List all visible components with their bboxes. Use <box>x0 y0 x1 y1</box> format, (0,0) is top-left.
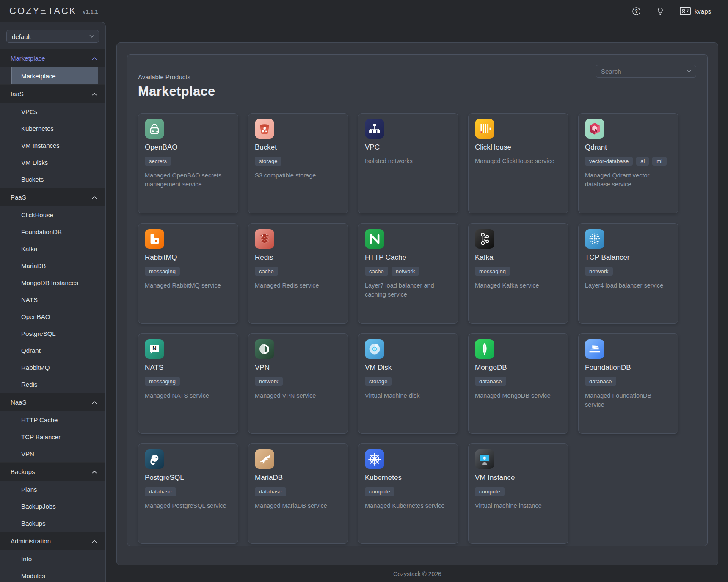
product-card-mongodb[interactable]: MongoDB database Managed MongoDB service <box>468 333 568 434</box>
sidebar-item-nats[interactable]: NATS <box>0 291 105 308</box>
product-name: MariaDB <box>255 474 342 482</box>
product-card-vm-disk[interactable]: VM Disk storage Virtual Machine disk <box>358 333 458 434</box>
sidebar-item-marketplace[interactable]: Marketplace <box>11 67 98 84</box>
product-description: Managed Kafka service <box>475 281 562 290</box>
product-tag-database: database <box>255 487 286 496</box>
product-card-redis[interactable]: Redis cache Managed Redis service <box>248 223 348 324</box>
help-icon[interactable]: ? <box>632 7 641 16</box>
product-card-tcp-balancer[interactable]: TCP Balancer network Layer4 load balance… <box>578 223 678 324</box>
product-tag-messaging: messaging <box>475 267 510 276</box>
product-card-foundationdb[interactable]: FoundationDB database Managed Foundation… <box>578 333 678 434</box>
sidebar-section-items: Marketplace <box>0 67 105 84</box>
sidebar-item-label: VPN <box>21 450 34 457</box>
chevron-down-icon <box>89 35 94 38</box>
sidebar-section-header[interactable]: Marketplace <box>0 49 105 67</box>
search-input[interactable] <box>597 68 687 75</box>
svg-text:?: ? <box>635 8 637 14</box>
product-card-postgresql[interactable]: PostgreSQL database Managed PostgreSQL s… <box>138 443 238 544</box>
sidebar-section-header[interactable]: NaaS <box>0 393 105 411</box>
product-card-openbao[interactable]: OpenBAO secrets Managed OpenBAO secrets … <box>138 113 238 213</box>
product-card-http-cache[interactable]: HTTP Cache cachenetwork Layer7 load bala… <box>358 223 458 324</box>
chevron-up-icon <box>92 401 97 404</box>
product-card-qdrant[interactable]: Qdrant vector-databaseaiml Managed Qdran… <box>578 113 678 213</box>
sidebar-item-mariadb[interactable]: MariaDB <box>0 257 105 274</box>
kubernetes-icon <box>365 449 384 469</box>
sidebar-item-plans[interactable]: Plans <box>0 481 105 498</box>
sidebar-section-header[interactable]: IaaS <box>0 84 105 103</box>
sidebar-item-kubernetes[interactable]: Kubernetes <box>0 120 105 137</box>
product-description: Virtual Machine disk <box>365 391 452 400</box>
product-name: PostgreSQL <box>145 474 232 482</box>
product-name: Kafka <box>475 253 562 262</box>
sidebar-item-label: VM Disks <box>21 159 48 166</box>
rabbitmq-icon <box>145 229 164 249</box>
sidebar-item-vpn[interactable]: VPN <box>0 445 105 462</box>
tcp-balancer-icon <box>585 229 604 249</box>
sidebar-item-label: Redis <box>21 381 37 388</box>
product-name: HTTP Cache <box>365 253 452 262</box>
sidebar-section-label: PaaS <box>11 194 92 201</box>
sidebar-section-header[interactable]: Administration <box>0 532 105 550</box>
nats-icon: N <box>145 339 164 359</box>
product-name: RabbitMQ <box>145 253 232 262</box>
sidebar-section-header[interactable]: PaaS <box>0 188 105 206</box>
sidebar-item-backupjobs[interactable]: BackupJobs <box>0 498 105 515</box>
product-tag-secrets: secrets <box>145 157 171 166</box>
sidebar-item-mongodb-instances[interactable]: MongoDB Instances <box>0 274 105 291</box>
product-tags: compute <box>365 487 452 496</box>
sidebar-item-rabbitmq[interactable]: RabbitMQ <box>0 359 105 376</box>
sidebar-item-tcp-balancer[interactable]: TCP Balancer <box>0 428 105 445</box>
mariadb-icon <box>255 449 274 469</box>
sidebar-item-openbao[interactable]: OpenBAO <box>0 308 105 325</box>
product-card-mariadb[interactable]: MariaDB database Managed MariaDB service <box>248 443 348 544</box>
product-tags: storage <box>365 377 452 386</box>
product-card-clickhouse[interactable]: ClickHouse Managed ClickHouse service <box>468 113 568 213</box>
namespace-select[interactable]: default <box>6 30 99 43</box>
sidebar-item-vm-disks[interactable]: VM Disks <box>0 154 105 171</box>
sidebar-item-vm-instances[interactable]: VM Instances <box>0 137 105 154</box>
mongodb-icon <box>475 339 494 359</box>
sidebar-item-redis[interactable]: Redis <box>0 376 105 393</box>
product-tag-storage: storage <box>255 157 281 166</box>
page-title: Marketplace <box>138 84 697 99</box>
product-tags: storage <box>255 157 342 166</box>
sidebar-item-info[interactable]: Info <box>0 550 105 567</box>
chevron-up-icon <box>92 540 97 543</box>
product-card-kafka[interactable]: Kafka messaging Managed Kafka service <box>468 223 568 324</box>
sidebar-section-marketplace: Marketplace Marketplace <box>0 49 105 84</box>
sidebar-item-buckets[interactable]: Buckets <box>0 171 105 188</box>
sidebar-item-postgresql[interactable]: PostgreSQL <box>0 325 105 342</box>
sidebar-item-clickhouse[interactable]: ClickHouse <box>0 206 105 223</box>
user-menu[interactable]: kvaps <box>680 7 711 15</box>
sidebar-item-label: Kubernetes <box>21 125 54 132</box>
product-card-bucket[interactable]: Bucket storage S3 compatible storage <box>248 113 348 213</box>
product-card-vpn[interactable]: VPN network Managed VPN service <box>248 333 348 434</box>
sidebar-item-backups[interactable]: Backups <box>0 515 105 532</box>
sidebar-item-modules[interactable]: Modules <box>0 567 105 582</box>
product-name: NATS <box>145 363 232 372</box>
product-card-vpc[interactable]: VPC Isolated networks <box>358 113 458 213</box>
sidebar-item-label: Buckets <box>21 176 44 183</box>
foundationdb-icon <box>585 339 604 359</box>
sidebar-section-header[interactable]: Backups <box>0 462 105 481</box>
lightbulb-icon[interactable] <box>656 7 665 16</box>
product-tags: vector-databaseaiml <box>585 157 672 166</box>
product-name: Redis <box>255 253 342 262</box>
search-select[interactable] <box>596 65 696 78</box>
sidebar-item-foundationdb[interactable]: FoundationDB <box>0 223 105 240</box>
product-tag-network: network <box>255 377 283 386</box>
product-card-kubernetes[interactable]: Kubernetes compute Managed Kubernetes se… <box>358 443 458 544</box>
product-card-rabbitmq[interactable]: RabbitMQ messaging Managed RabbitMQ serv… <box>138 223 238 324</box>
product-card-vm-instance[interactable]: VM Instance compute Virtual machine inst… <box>468 443 568 544</box>
sidebar-section-label: IaaS <box>11 90 92 97</box>
product-card-nats[interactable]: N NATS messaging Managed NATS service <box>138 333 238 434</box>
sidebar-item-qdrant[interactable]: Qdrant <box>0 342 105 359</box>
sidebar-item-kafka[interactable]: Kafka <box>0 240 105 257</box>
sidebar-item-vpcs[interactable]: VPCs <box>0 103 105 120</box>
product-description: Managed MariaDB service <box>255 502 342 510</box>
product-name: VM Instance <box>475 474 562 482</box>
product-description: Layer7 load balancer and caching service <box>365 281 452 299</box>
product-name: OpenBAO <box>145 143 232 152</box>
sidebar-item-http-cache[interactable]: HTTP Cache <box>0 411 105 428</box>
product-name: VPC <box>365 143 452 152</box>
